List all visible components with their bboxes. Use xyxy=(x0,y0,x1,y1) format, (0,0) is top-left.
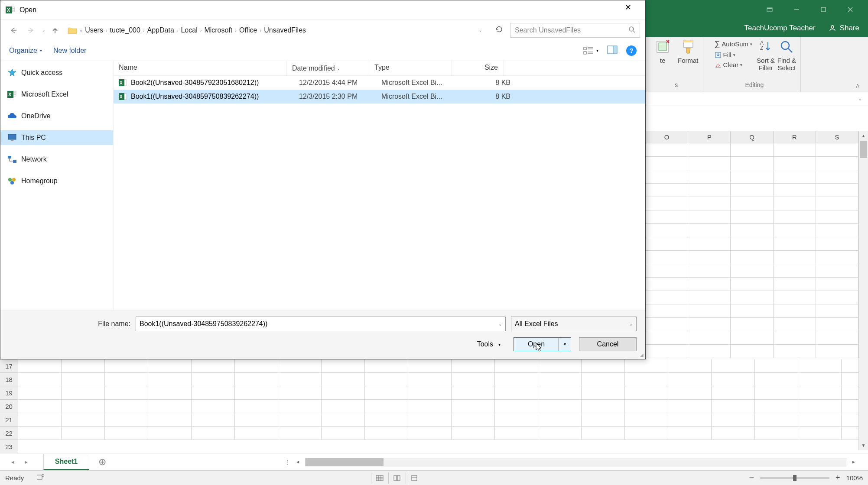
row-header[interactable]: 21 xyxy=(0,413,18,427)
formula-bar-expand-icon[interactable]: ⌄ xyxy=(858,96,868,102)
breadcrumb-item[interactable]: tucte_000 xyxy=(110,26,140,34)
row-header[interactable]: 20 xyxy=(0,400,18,413)
header-size[interactable]: Size xyxy=(452,61,504,75)
refresh-button[interactable] xyxy=(492,26,507,35)
forward-button[interactable] xyxy=(24,23,39,38)
scroll-thumb[interactable] xyxy=(860,141,867,158)
ribbon-editing-group: ∑AutoSum▾ Fill▾ Clear▾ AZ Sort & Filter … xyxy=(709,37,801,92)
help-button[interactable]: ? xyxy=(626,45,637,56)
breadcrumb[interactable]: « Users› tucte_000› AppData› Local› Micr… xyxy=(65,23,488,38)
view-options-button[interactable]: ▾ xyxy=(583,46,598,55)
maximize-icon[interactable] xyxy=(810,0,837,19)
zoom-out-button[interactable]: − xyxy=(749,473,754,483)
row-header[interactable]: 18 xyxy=(0,373,18,386)
resize-grip-icon[interactable]: ◢ xyxy=(640,352,644,357)
row-header[interactable]: 22 xyxy=(0,427,18,440)
collapse-ribbon-icon[interactable]: ᐱ xyxy=(852,81,864,92)
file-row[interactable]: X Book2((Unsaved-304857923051680212)) 12… xyxy=(114,76,645,90)
cancel-button[interactable]: Cancel xyxy=(579,337,637,351)
filename-input[interactable]: Book1((Unsaved-304859750839262274)) ⌄ xyxy=(136,317,506,331)
breadcrumb-dropdown-icon[interactable]: ⌄ xyxy=(475,28,485,32)
tab-nav-next-icon[interactable]: ► xyxy=(24,459,29,465)
breadcrumb-item[interactable]: Users xyxy=(85,26,103,34)
recent-dropdown-icon[interactable]: ⌄ xyxy=(42,28,46,32)
dialog-titlebar: X Open ✕ xyxy=(0,0,645,19)
format-button[interactable]: Format xyxy=(678,39,699,64)
sidebar-item-quick-access[interactable]: Quick access xyxy=(0,65,113,80)
autosum-button[interactable]: ∑AutoSum▾ xyxy=(713,39,754,49)
page-layout-view-button[interactable] xyxy=(388,472,406,484)
row-header[interactable]: 23 xyxy=(0,440,18,453)
preview-pane-button[interactable] xyxy=(607,45,618,56)
col-header-q[interactable]: Q xyxy=(731,131,773,143)
new-folder-button[interactable]: New folder xyxy=(53,47,86,55)
svg-rect-51 xyxy=(13,91,16,93)
horizontal-scrollbar[interactable]: ⋮ ◄ ► xyxy=(284,458,868,466)
zoom-in-button[interactable]: + xyxy=(835,473,840,482)
clear-button[interactable]: Clear▾ xyxy=(713,60,754,69)
svg-rect-32 xyxy=(12,7,15,8)
up-button[interactable] xyxy=(49,23,61,38)
scroll-up-icon[interactable]: ▲ xyxy=(859,131,868,141)
breadcrumb-item[interactable]: Office xyxy=(239,26,257,34)
hscroll-right-icon[interactable]: ► xyxy=(849,459,858,464)
delete-button-partial[interactable]: te xyxy=(654,39,671,64)
sort-filter-button[interactable]: AZ Sort & Filter xyxy=(757,39,775,71)
macro-record-icon[interactable] xyxy=(37,474,45,482)
sidebar-item-label: Homegroup xyxy=(21,177,58,185)
file-row[interactable]: X Book1((Unsaved-304859750839262274)) 12… xyxy=(114,90,645,103)
open-dropdown-icon[interactable]: ▾ xyxy=(559,338,571,351)
ribbon-display-options-icon[interactable] xyxy=(756,0,783,19)
col-header-p[interactable]: P xyxy=(688,131,731,143)
svg-rect-27 xyxy=(397,475,400,481)
user-label: TeachUcomp Teacher xyxy=(744,24,816,32)
file-type-filter[interactable]: All Excel Files ⌄ xyxy=(511,317,637,331)
header-date[interactable]: Date modified⌄ xyxy=(287,61,369,75)
tools-button[interactable]: Tools▾ xyxy=(472,338,506,351)
share-button[interactable]: Share xyxy=(829,24,859,32)
col-header-o[interactable]: O xyxy=(646,131,688,143)
sidebar-item-excel[interactable]: X Microsoft Excel xyxy=(0,87,113,102)
col-header-r[interactable]: R xyxy=(774,131,816,143)
sidebar-item-homegroup[interactable]: Homegroup xyxy=(0,174,113,188)
excel-icon: X xyxy=(6,5,15,15)
sidebar: Quick access X Microsoft Excel OneDrive … xyxy=(0,61,113,310)
normal-view-button[interactable] xyxy=(371,472,388,484)
search-input[interactable]: Search UnsavedFiles xyxy=(510,23,640,38)
chevron-down-icon[interactable]: ⌄ xyxy=(498,322,502,327)
sheet-tab[interactable]: Sheet1 xyxy=(43,454,89,470)
tab-nav-prev-icon[interactable]: ◄ xyxy=(10,459,15,465)
breadcrumb-item[interactable]: UnsavedFiles xyxy=(264,26,306,34)
header-type[interactable]: Type xyxy=(369,61,452,75)
chevron-down-icon[interactable]: ⌄ xyxy=(629,322,633,327)
row-header[interactable]: 17 xyxy=(0,359,18,373)
new-sheet-button[interactable]: ⊕ xyxy=(94,456,111,468)
page-break-view-button[interactable] xyxy=(406,472,423,484)
vertical-scrollbar[interactable]: ▲ ▼ xyxy=(858,131,868,450)
find-select-button[interactable]: Find & Select xyxy=(777,39,796,71)
organize-button[interactable]: Organize▾ xyxy=(9,47,42,55)
fill-button[interactable]: Fill▾ xyxy=(713,50,754,59)
sidebar-item-onedrive[interactable]: OneDrive xyxy=(0,109,113,123)
file-name: Book2((Unsaved-304857923051680212)) xyxy=(131,79,299,87)
col-header-s[interactable]: S xyxy=(816,131,858,143)
dialog-title: Open xyxy=(20,6,36,14)
row-header[interactable]: 19 xyxy=(0,386,18,400)
file-type: Microsoft Excel Bi... xyxy=(381,79,464,87)
back-button[interactable] xyxy=(6,23,20,38)
excel-file-icon: X xyxy=(119,78,127,87)
zoom-level[interactable]: 100% xyxy=(846,474,863,482)
scroll-down-icon[interactable]: ▼ xyxy=(859,441,868,450)
hscroll-thumb[interactable] xyxy=(306,458,384,466)
zoom-slider[interactable] xyxy=(760,477,829,479)
sidebar-item-network[interactable]: Network xyxy=(0,152,113,167)
breadcrumb-item[interactable]: Microsoft xyxy=(204,26,232,34)
dialog-close-button[interactable]: ✕ xyxy=(616,3,640,17)
minimize-icon[interactable] xyxy=(783,0,810,19)
sidebar-item-this-pc[interactable]: This PC xyxy=(0,130,113,145)
hscroll-left-icon[interactable]: ◄ xyxy=(293,459,302,464)
breadcrumb-item[interactable]: AppData xyxy=(147,26,174,34)
close-icon[interactable] xyxy=(837,0,864,19)
header-name[interactable]: Name xyxy=(114,61,287,75)
breadcrumb-item[interactable]: Local xyxy=(181,26,197,34)
